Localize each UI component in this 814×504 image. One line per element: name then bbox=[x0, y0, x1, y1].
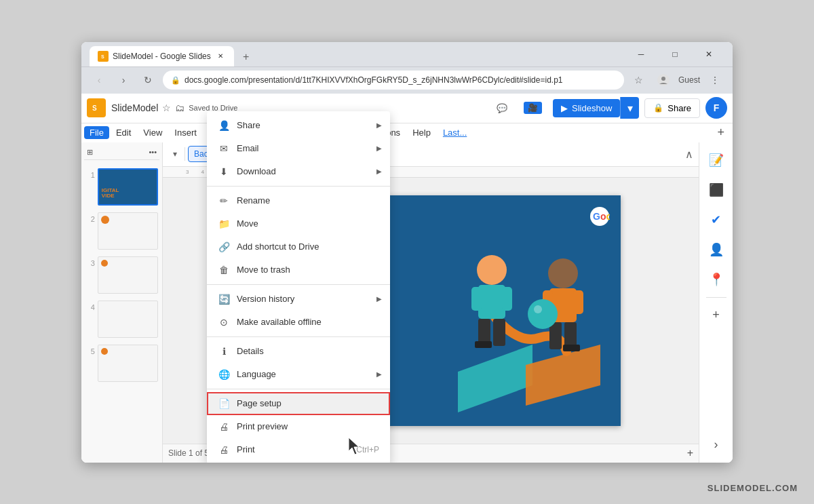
maximize-button[interactable]: □ bbox=[659, 44, 691, 64]
browser-tabs: S SlideModel - Google Slides ✕ + bbox=[90, 42, 620, 66]
dropdown-item-move[interactable]: 📁 Move bbox=[207, 212, 390, 235]
screenshot-wrapper: S SlideModel - Google Slides ✕ + ─ □ ✕ ‹… bbox=[0, 0, 814, 504]
share-button[interactable]: 🔒 Share bbox=[644, 98, 700, 118]
user-avatar[interactable]: F bbox=[705, 97, 727, 119]
print-menu-icon: 🖨 bbox=[218, 444, 230, 456]
right-panel-highlight-icon[interactable]: ⬛ bbox=[704, 178, 729, 202]
move-menu-label: Move bbox=[237, 218, 379, 229]
new-tab-button[interactable]: + bbox=[237, 47, 256, 66]
download-menu-label: Download bbox=[237, 166, 379, 176]
offline-menu-icon: ⊙ bbox=[218, 316, 230, 328]
slides-grid-toggle[interactable]: ⊞ bbox=[87, 148, 93, 157]
right-panel-person-icon[interactable]: 👤 bbox=[704, 237, 729, 262]
back-button[interactable]: ‹ bbox=[90, 71, 109, 90]
right-panel-divider bbox=[706, 297, 726, 298]
print-preview-menu-icon: 🖨 bbox=[218, 421, 230, 433]
rename-menu-icon: ✏ bbox=[218, 195, 230, 207]
main-content: ⊞ ••• 1 IGITALVIDE 2 bbox=[81, 142, 733, 463]
app-toolbar: S SlideModel ☆ 🗂 Saved to Drive 💬 🎥 bbox=[81, 94, 733, 123]
dropdown-item-email[interactable]: ✉ Email bbox=[207, 137, 390, 160]
slide-thumb-1[interactable]: 1 IGITALVIDE bbox=[84, 167, 159, 207]
lock-icon: 🔒 bbox=[171, 76, 180, 85]
rename-menu-label: Rename bbox=[237, 195, 379, 206]
slide-num-2: 2 bbox=[85, 215, 95, 223]
profile-button[interactable] bbox=[654, 71, 673, 90]
slideshow-label: Slideshow bbox=[572, 103, 612, 113]
svg-rect-11 bbox=[502, 287, 512, 311]
dropdown-item-language[interactable]: 🌐 Language bbox=[207, 363, 390, 386]
right-panel-maps-icon[interactable]: 📍 bbox=[704, 267, 729, 292]
slideshow-button[interactable]: ▶ Slideshow bbox=[553, 99, 620, 117]
svg-rect-9 bbox=[478, 285, 505, 319]
details-menu-icon: ℹ bbox=[218, 345, 230, 357]
dropdown-item-rename[interactable]: ✏ Rename bbox=[207, 189, 390, 212]
svg-text:Goo: Goo bbox=[593, 211, 610, 222]
svg-text:S: S bbox=[101, 54, 104, 59]
right-panel-collapse[interactable]: › bbox=[704, 433, 729, 457]
dropdown-divider-4 bbox=[207, 389, 390, 389]
move-menu-icon: 📁 bbox=[218, 218, 230, 230]
svg-rect-19 bbox=[549, 322, 562, 349]
dropdown-item-share[interactable]: 👤 Share bbox=[207, 114, 390, 137]
slide-preview-3 bbox=[98, 256, 158, 294]
dropdown-item-offline[interactable]: ⊙ Make available offline bbox=[207, 311, 390, 334]
menu-view[interactable]: View bbox=[138, 126, 168, 139]
close-window-button[interactable]: ✕ bbox=[693, 44, 724, 64]
active-tab[interactable]: S SlideModel - Google Slides ✕ bbox=[90, 46, 234, 66]
menu-insert[interactable]: Insert bbox=[169, 126, 202, 139]
star-icon[interactable]: ☆ bbox=[162, 102, 171, 113]
comments-button[interactable]: 💬 bbox=[491, 100, 513, 116]
forward-button[interactable]: › bbox=[114, 71, 133, 90]
slide-preview-4 bbox=[98, 301, 158, 338]
file-dropdown-menu: 👤 Share ✉ Email ⬇ Download ✏ Rename 📁 bbox=[207, 111, 390, 463]
share-lock-icon: 🔒 bbox=[653, 103, 663, 113]
slide-preview-5 bbox=[98, 345, 158, 382]
meet-button[interactable]: 🎥 bbox=[518, 99, 547, 117]
avatar-letter: F bbox=[714, 102, 720, 113]
tab-close-button[interactable]: ✕ bbox=[215, 51, 226, 62]
address-bar[interactable]: 🔒 docs.google.com/presentation/d/1tt7KHI… bbox=[163, 71, 624, 90]
dropdown-item-download[interactable]: ⬇ Download bbox=[207, 160, 390, 183]
svg-point-22 bbox=[528, 299, 558, 329]
slides-more[interactable]: ••• bbox=[149, 148, 157, 156]
refresh-button[interactable]: ↻ bbox=[138, 71, 157, 90]
svg-rect-18 bbox=[573, 290, 583, 314]
slide-thumb-4[interactable]: 4 bbox=[84, 299, 159, 339]
dropdown-item-print-preview[interactable]: 🖨 Print preview bbox=[207, 415, 390, 438]
slideshow-dropdown-button[interactable]: ▾ bbox=[620, 97, 639, 119]
right-panel-notes-icon[interactable]: 📝 bbox=[704, 148, 729, 172]
minimize-button[interactable]: ─ bbox=[625, 44, 657, 64]
right-panel-task-icon[interactable]: ✔ bbox=[704, 208, 729, 232]
svg-point-8 bbox=[477, 255, 507, 285]
dropdown-divider-2 bbox=[207, 284, 390, 285]
dropdown-item-add-shortcut[interactable]: 🔗 Add shortcut to Drive bbox=[207, 235, 390, 258]
tab-title: SlideModel - Google Slides bbox=[113, 52, 211, 61]
google-logo-overlay: Goo bbox=[589, 206, 610, 229]
menu-help[interactable]: Help bbox=[407, 126, 436, 139]
add-button[interactable]: + bbox=[717, 125, 724, 140]
dropdown-item-details[interactable]: ℹ Details bbox=[207, 340, 390, 363]
trash-menu-icon: 🗑 bbox=[218, 264, 230, 276]
menu-edit[interactable]: Edit bbox=[111, 126, 136, 139]
slide-thumb-3[interactable]: 3 bbox=[84, 255, 159, 295]
collapse-panel-button[interactable]: ∧ bbox=[685, 148, 693, 161]
right-panel-expand-icon[interactable]: + bbox=[704, 303, 729, 328]
slide-count: Slide 1 of 5 bbox=[168, 448, 209, 458]
offline-menu-label: Make available offline bbox=[237, 317, 379, 327]
svg-marker-6 bbox=[458, 345, 532, 412]
dropdown-item-trash[interactable]: 🗑 Move to trash bbox=[207, 258, 390, 282]
drive-icon[interactable]: 🗂 bbox=[175, 102, 185, 113]
slide-thumb-5[interactable]: 5 bbox=[84, 343, 159, 383]
menu-file[interactable]: File bbox=[84, 126, 109, 139]
dropdown-item-page-setup[interactable]: 📄 Page setup bbox=[207, 392, 390, 415]
svg-point-15 bbox=[548, 258, 578, 288]
menu-last[interactable]: Last... bbox=[438, 126, 472, 139]
slide-num-1: 1 bbox=[85, 171, 95, 179]
menu-button[interactable]: ⋮ bbox=[705, 71, 724, 90]
slide-thumb-2[interactable]: 2 bbox=[84, 211, 159, 251]
sub-toolbar-arrow[interactable]: ▾ bbox=[168, 147, 182, 161]
menu-bar: File Edit View Insert Format Slide Arran… bbox=[81, 123, 733, 142]
bookmark-button[interactable]: ☆ bbox=[629, 71, 648, 90]
dropdown-item-version-history[interactable]: 🔄 Version history bbox=[207, 288, 390, 311]
share-menu-icon: 👤 bbox=[218, 119, 230, 132]
